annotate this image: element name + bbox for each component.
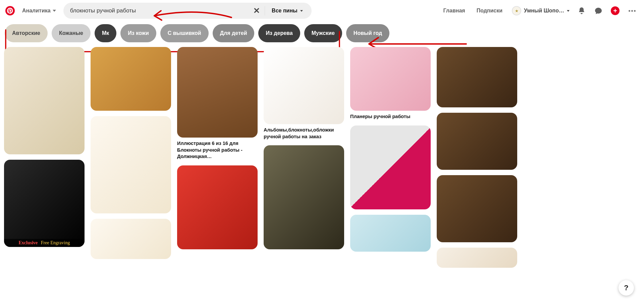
pinterest-logo[interactable] [5,6,15,15]
dots-icon [629,10,636,12]
grid-column [91,47,171,259]
pin-image: Exclusive Free Engraving [4,160,85,247]
pin-image [437,175,517,242]
pin-title: Иллюстрация 6 из 16 для Блокноты ручной … [177,140,258,160]
pin-image [91,219,171,259]
filter-pill[interactable]: Авторские [5,24,48,42]
more-menu-button[interactable] [625,4,639,17]
avatar: ★ [512,6,521,15]
search-scope-label: Все пины [272,8,298,14]
bell-icon [578,7,586,15]
pin-image [4,47,85,154]
pin-image [177,165,258,249]
close-icon: ✕ [253,7,260,15]
filter-pill[interactable]: Мк [95,24,116,42]
messages-button[interactable] [592,4,605,17]
filter-pill-row: АвторскиеКожаныеМкИз кожиС вышивкойДля д… [0,21,644,47]
pin-image [177,47,258,138]
pin-title: Планеры ручной работы [350,113,431,120]
pin-card[interactable] [177,165,258,249]
pin-card[interactable] [437,47,517,107]
pin-card[interactable] [350,215,431,252]
filter-pill[interactable]: Из дерева [258,24,300,42]
grid-column: Exclusive Free Engraving [4,47,85,247]
create-button[interactable]: + [608,4,622,17]
filter-pill[interactable]: С вышивкой [160,24,209,42]
pin-card[interactable]: Иллюстрация 6 из 16 для Блокноты ручной … [177,47,258,160]
pin-card[interactable] [264,145,344,249]
pin-image [350,215,431,252]
pin-card[interactable]: Планеры ручной работы [350,47,431,120]
user-name-label: Умный Шопо… [524,8,564,14]
pin-card[interactable] [437,175,517,242]
pin-image [91,47,171,111]
promo-banner: Exclusive Free Engraving [4,239,85,247]
notifications-button[interactable] [575,4,588,17]
pin-image [437,248,517,268]
filter-pill[interactable]: Мужские [304,24,342,42]
chevron-down-icon [567,10,570,12]
search-bar: ✕ Все пины [63,3,312,19]
pin-image [350,47,431,111]
filter-pill[interactable]: Из кожи [120,24,156,42]
pin-image [91,116,171,213]
chevron-down-icon [300,10,303,12]
pinterest-icon [7,8,13,14]
plus-icon: + [611,6,620,15]
user-menu[interactable]: ★ Умный Шопо… [510,5,572,17]
pin-card[interactable] [350,125,431,209]
grid-column: Альбомы,блокноты,обложки ручной работы н… [264,47,344,249]
banner-exclusive: Exclusive [19,240,38,245]
search-input[interactable] [69,7,250,14]
pin-card[interactable]: Exclusive Free Engraving [4,160,85,247]
analytics-label: Аналитика [22,8,51,14]
pin-image [437,113,517,170]
clear-search-button[interactable]: ✕ [250,4,263,17]
grid-column: Планеры ручной работы [350,47,431,252]
pin-image [350,125,431,209]
nav-home[interactable]: Главная [439,4,469,17]
search-scope-dropdown[interactable]: Все пины [266,8,308,14]
banner-text: Free Engraving [41,240,70,245]
pin-card[interactable] [437,248,517,268]
pin-image [264,145,344,249]
pin-title: Альбомы,блокноты,обложки ручной работы н… [264,127,344,140]
filter-pill[interactable]: Новый год [346,24,389,42]
divider [265,6,265,15]
pin-card[interactable] [91,219,171,259]
grid-column: Иллюстрация 6 из 16 для Блокноты ручной … [177,47,258,249]
pin-image [437,47,517,107]
pin-card[interactable] [91,116,171,213]
chat-icon [594,7,602,15]
chevron-down-icon [53,10,56,12]
pin-image [264,47,344,124]
nav-subscriptions[interactable]: Подписки [473,4,506,17]
pin-card[interactable] [4,47,85,154]
pin-card[interactable]: Альбомы,блокноты,обложки ручной работы н… [264,47,344,140]
analytics-menu[interactable]: Аналитика [18,5,60,16]
filter-pill[interactable]: Кожаные [52,24,91,42]
filter-pill[interactable]: Для детей [213,24,255,42]
header: Аналитика ✕ Все пины Главная Подписки ★ … [0,0,644,21]
grid-column [437,47,517,268]
pin-card[interactable] [437,113,517,170]
pin-grid: Exclusive Free Engraving Иллюстрация 6 и… [0,47,644,268]
pin-card[interactable] [91,47,171,111]
